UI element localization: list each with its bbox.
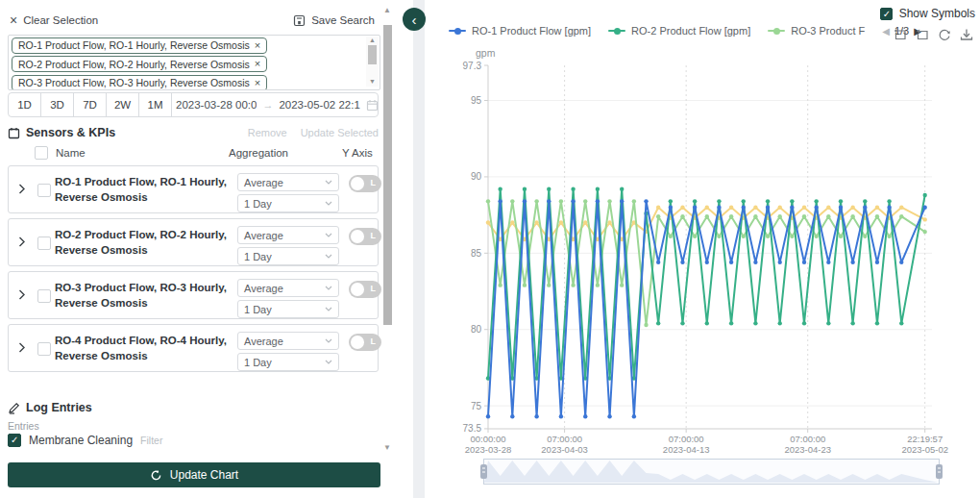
series-point[interactable] (510, 414, 514, 418)
series-point[interactable] (922, 193, 926, 197)
expand-chevron-icon[interactable] (18, 342, 26, 353)
series-point[interactable] (547, 187, 551, 190)
filter-link[interactable]: Filter (140, 435, 162, 446)
aggregation-select[interactable]: Average (237, 332, 339, 350)
series-point[interactable] (850, 214, 854, 218)
series-point[interactable] (778, 214, 782, 218)
yaxis-toggle[interactable]: L (349, 281, 381, 298)
chip-remove-icon[interactable]: × (255, 59, 260, 69)
series-point[interactable] (669, 199, 673, 203)
series-point[interactable] (693, 235, 697, 238)
expand-chevron-icon[interactable] (18, 184, 26, 194)
series-point[interactable] (863, 199, 867, 203)
series-point[interactable] (875, 205, 879, 209)
series-point[interactable] (620, 283, 624, 286)
scroll-up-icon[interactable]: ▲ (369, 37, 376, 43)
series-point[interactable] (596, 283, 600, 286)
interval-select[interactable]: 1 Day (237, 300, 339, 318)
series-point[interactable] (766, 199, 770, 203)
line-chart[interactable]: gpm97.3959085807573.500:00:002023-03-280… (426, 44, 980, 498)
aggregation-select[interactable]: Average (237, 173, 339, 191)
chip-remove-icon[interactable]: × (255, 40, 260, 51)
series-point[interactable] (583, 220, 587, 224)
series-point[interactable] (523, 199, 527, 203)
interval-select[interactable]: 1 Day (237, 194, 339, 212)
series-point[interactable] (534, 220, 538, 224)
sensor-checkbox[interactable] (37, 289, 51, 303)
series-point[interactable] (498, 187, 502, 190)
series-point[interactable] (899, 321, 903, 325)
series-point[interactable] (922, 205, 926, 209)
series-point[interactable] (571, 283, 575, 286)
series-point[interactable] (486, 414, 490, 418)
series-point[interactable] (839, 199, 843, 203)
show-symbols-checkbox[interactable] (880, 8, 893, 20)
series-point[interactable] (607, 220, 611, 224)
time-range-button-1m[interactable]: 1M (139, 93, 172, 116)
series-point[interactable] (559, 414, 563, 418)
series-point[interactable] (899, 261, 903, 264)
series-point[interactable] (523, 187, 527, 190)
series-point[interactable] (753, 321, 757, 325)
series-point[interactable] (656, 205, 660, 209)
series-point[interactable] (753, 205, 757, 209)
restore-icon[interactable] (938, 28, 951, 41)
yaxis-toggle[interactable]: L (349, 334, 381, 351)
series-point[interactable] (826, 214, 830, 218)
series-point[interactable] (814, 205, 818, 209)
legend-item[interactable]: RO-1 Product Flow [gpm] (449, 25, 591, 37)
series-point[interactable] (583, 199, 587, 203)
series-point[interactable] (887, 235, 891, 238)
expand-chevron-icon[interactable] (18, 289, 26, 300)
legend-item[interactable]: RO-3 Product F (768, 25, 865, 37)
series-point[interactable] (717, 235, 721, 238)
update-chart-button[interactable]: Update Chart (8, 462, 380, 487)
series-point[interactable] (656, 214, 660, 218)
aggregation-select[interactable]: Average (237, 279, 339, 297)
series-point[interactable] (802, 214, 806, 218)
series-point[interactable] (729, 214, 733, 218)
chip-remove-icon[interactable]: × (255, 78, 260, 88)
end-date-input[interactable]: 2023-05-02 22:1 (279, 99, 359, 111)
series-point[interactable] (839, 205, 843, 209)
series-point[interactable] (850, 261, 854, 264)
series-point[interactable] (693, 199, 697, 203)
series-point[interactable] (620, 199, 624, 203)
selection-chip[interactable]: RO-3 Product Flow, RO-3 Hourly, Reverse … (12, 75, 267, 91)
series-point[interactable] (814, 235, 818, 238)
series-point[interactable] (607, 414, 611, 418)
series-point[interactable] (705, 261, 709, 264)
series-point[interactable] (571, 199, 575, 203)
sensor-checkbox[interactable] (37, 237, 51, 250)
series-point[interactable] (899, 205, 903, 209)
membrane-cleaning-checkbox[interactable] (8, 434, 21, 447)
series-point[interactable] (922, 230, 926, 234)
series-point[interactable] (656, 321, 660, 325)
series-point[interactable] (922, 217, 926, 221)
series-point[interactable] (778, 321, 782, 325)
series-point[interactable] (547, 283, 551, 286)
series-point[interactable] (802, 205, 806, 209)
series-point[interactable] (717, 199, 721, 203)
series-point[interactable] (729, 261, 733, 264)
series-point[interactable] (802, 261, 806, 264)
legend-prev-icon[interactable]: ◀ (882, 26, 890, 37)
series-point[interactable] (498, 283, 502, 286)
series-point[interactable] (802, 321, 806, 325)
series-point[interactable] (826, 205, 830, 209)
series-point[interactable] (571, 187, 575, 190)
interval-select[interactable]: 1 Day (237, 353, 339, 371)
scrollbar-thumb[interactable] (383, 25, 392, 325)
series-point[interactable] (620, 187, 624, 190)
series-point[interactable] (899, 214, 903, 218)
series-point[interactable] (742, 205, 746, 209)
interval-select[interactable]: 1 Day (237, 247, 339, 265)
series-point[interactable] (742, 235, 746, 238)
series-point[interactable] (669, 205, 673, 209)
update-selected-button[interactable]: Update Selected (301, 127, 379, 138)
series-point[interactable] (875, 321, 879, 325)
series-point[interactable] (632, 414, 636, 418)
series-point[interactable] (766, 235, 770, 238)
series-point[interactable] (559, 199, 563, 203)
series-point[interactable] (680, 261, 684, 264)
